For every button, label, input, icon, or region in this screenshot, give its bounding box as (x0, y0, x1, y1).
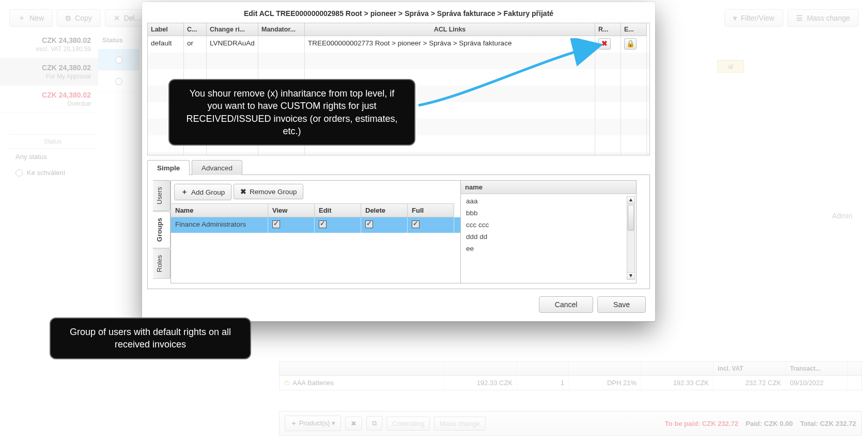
folder-icon: 🗀 (284, 379, 290, 387)
status-column: Status (98, 31, 140, 92)
modal-tabs: Simple Advanced Users Groups Roles ＋Add … (147, 160, 650, 289)
status-filter-item[interactable]: Ke schválení (9, 165, 96, 181)
list-item[interactable]: bbb (464, 207, 633, 219)
checkbox-edit[interactable] (319, 220, 327, 228)
radio-icon (16, 169, 23, 177)
vtab-users[interactable]: Users (153, 180, 171, 211)
annotation-top: You shour remove (x) inharitance from to… (168, 79, 415, 146)
col-r: R... (595, 23, 621, 36)
acl-row[interactable]: default or LVNEDRAuAd TREE000000002773 R… (148, 36, 649, 53)
item-date: 09/10/2022 (786, 376, 848, 390)
acl-row-label: default (148, 36, 184, 53)
vtab-roles[interactable]: Roles (153, 248, 171, 279)
status-filter-any[interactable]: Any status (9, 149, 96, 165)
cancel-button[interactable]: Cancel (539, 296, 594, 313)
tag-al: al (717, 60, 744, 73)
list-item[interactable]: ee (464, 243, 633, 255)
acl-row-change: LVNEDRAuAd (207, 36, 258, 53)
groups-header: Name View Edit Delete Full (171, 203, 460, 217)
mass-change-items-button[interactable]: Mass change (434, 417, 485, 431)
item-qty: 1 (517, 376, 569, 390)
list-item[interactable]: ccc ccc (464, 219, 633, 231)
totals: To be paid: CZK 232.72 Paid: CZK 0.00 To… (665, 420, 856, 427)
summary-amount: CZK 24,380.02 (7, 91, 91, 99)
left-summary-panel: CZK 24,380.02 excl. VAT 20,180.59 CZK 24… (0, 31, 98, 113)
copy-button[interactable]: ⧉Copy (57, 9, 101, 27)
items-area: incl. VAT Transact... 🗀AAA Batteries 192… (279, 361, 862, 436)
scrollbar[interactable]: ▲ ▼ (627, 196, 635, 280)
checkbox-view[interactable] (272, 220, 280, 228)
summary-sub: For My Approval (7, 73, 91, 80)
col-mandator: Mandator... (258, 23, 305, 36)
items-header: incl. VAT Transact... (279, 361, 862, 376)
items-footer: ＋ Product(s) ▾ ✖ ⧉ Controlling Mass chan… (279, 411, 862, 436)
list-item[interactable]: ddd dd (464, 231, 633, 243)
scroll-down-icon[interactable]: ▼ (627, 272, 634, 279)
col-full: Full (408, 203, 454, 217)
checkbox-full[interactable] (412, 220, 420, 228)
checkbox-delete[interactable] (365, 220, 373, 228)
summary-amount: CZK 24,380.02 (7, 36, 91, 44)
scroll-up-icon[interactable]: ▲ (627, 197, 634, 204)
acl-row-cond: or (184, 36, 207, 53)
mass-label: Mass change (807, 14, 850, 22)
products-button[interactable]: ＋ Product(s) ▾ (285, 416, 341, 431)
col-change-rights: Change ri... (207, 23, 258, 36)
lock-button[interactable]: 🔒 (624, 38, 637, 50)
plus-icon: ＋ (18, 13, 25, 23)
controlling-button[interactable]: Controlling (386, 417, 430, 431)
col-incl-vat: incl. VAT (714, 362, 786, 375)
copy-icon: ⧉ (66, 14, 71, 23)
add-group-button[interactable]: ＋Add Group (174, 184, 231, 200)
filter-button[interactable]: ▾Filter/View (724, 9, 783, 27)
edit-acl-modal: Edit ACL TREE000000002985 Root > pioneer… (142, 2, 655, 322)
item-name: AAA Batteries (292, 379, 334, 387)
funnel-icon: ▾ (733, 14, 737, 22)
col-cond: C... (184, 23, 207, 36)
names-box: name aaa bbb ccc ccc ddd dd ee ▲ ▼ (461, 180, 637, 283)
save-button[interactable]: Save (597, 296, 646, 313)
col-label: Label (148, 23, 184, 36)
copy-item-button[interactable]: ⧉ (366, 416, 382, 431)
vtab-groups[interactable]: Groups (153, 211, 171, 248)
summary-card[interactable]: CZK 24,380.02 Overdue (0, 86, 98, 113)
status-radio[interactable] (115, 56, 122, 63)
remove-group-button[interactable]: ✖Remove Group (234, 184, 304, 199)
modal-buttons: Cancel Save (142, 289, 655, 314)
tab-advanced[interactable]: Advanced (192, 160, 242, 175)
new-label: New (29, 14, 44, 22)
acl-table-header: Label C... Change ri... Mandator... ACL … (148, 23, 649, 36)
x-icon: ✕ (114, 14, 120, 22)
modal-title: Edit ACL TREE000000002985 Root > pioneer… (142, 2, 655, 23)
col-name: Name (171, 203, 268, 217)
acl-row-links: TREE000000002773 Root > pioneer > Správa… (305, 36, 595, 53)
remove-inheritance-button[interactable]: ✖ (598, 38, 611, 50)
summary-card[interactable]: CZK 24,380.02 excl. VAT 20,180.59 (0, 31, 98, 58)
col-view: View (268, 203, 315, 217)
status-header: Status (98, 31, 140, 49)
tab-panel: Users Groups Roles ＋Add Group ✖Remove Gr… (147, 174, 650, 289)
vertical-tabs: Users Groups Roles (153, 180, 171, 283)
status-radio[interactable] (115, 78, 122, 85)
filter-label: Filter/View (741, 14, 774, 22)
remove-item-button[interactable]: ✖ (345, 417, 362, 431)
col-delete: Delete (361, 203, 408, 217)
names-header: name (461, 181, 636, 194)
new-button[interactable]: ＋New (9, 9, 53, 27)
scroll-thumb[interactable] (628, 205, 634, 231)
col-e: E... (621, 23, 647, 36)
copy-label: Copy (75, 14, 92, 22)
table-row[interactable]: 🗀AAA Batteries 192.33 CZK 1 DPH 21% 192.… (279, 376, 862, 390)
item-vat: DPH 21% (569, 376, 641, 390)
summary-card[interactable]: CZK 24,380.02 For My Approval (0, 58, 98, 86)
col-acl-links: ACL Links (305, 23, 595, 36)
mass-change-button[interactable]: ☰Mass change (787, 9, 859, 27)
user-admin: Admin (832, 212, 853, 220)
tab-simple[interactable]: Simple (147, 160, 190, 175)
list-item[interactable]: aaa (464, 195, 633, 207)
summary-sub: Overdue (7, 100, 91, 107)
acl-row-mandator (258, 36, 305, 53)
group-row[interactable]: Finance Administrators (171, 217, 460, 233)
annotation-bottom: Group of users with default rights on al… (50, 317, 251, 359)
group-name: Finance Administrators (171, 217, 268, 233)
